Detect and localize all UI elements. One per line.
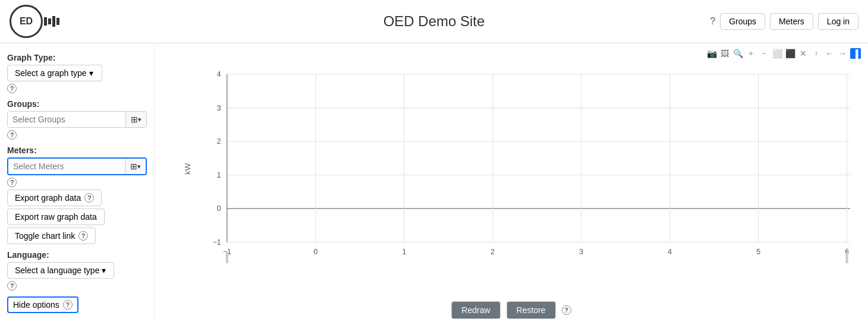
export-raw-section: Export raw graph data xyxy=(7,209,147,225)
chart-bottom-controls: Redraw Restore ? xyxy=(155,294,868,322)
chart-svg: kW 4 3 2 1 0 −1 −1 xyxy=(184,61,856,270)
meters-nav-button[interactable]: Meters xyxy=(770,13,813,30)
header-help-icon[interactable]: ? xyxy=(710,16,715,27)
svg-rect-28 xyxy=(226,251,228,264)
svg-text:3: 3 xyxy=(579,248,583,256)
graph-type-section: Graph Type: Select a graph type ▾ ? xyxy=(7,49,147,93)
svg-text:0: 0 xyxy=(217,204,221,213)
language-section: Language: Select a language type ▾ ? xyxy=(7,247,147,291)
sidebar: Graph Type: Select a graph type ▾ ? Grou… xyxy=(0,43,155,322)
logo-text: ED xyxy=(20,16,33,27)
page-title: OED Demo Site xyxy=(383,13,485,30)
meters-select-button[interactable]: ⊞ ▾ xyxy=(125,159,146,174)
meters-arrow-icon: ▾ xyxy=(137,163,141,171)
groups-icon: ⊞ xyxy=(131,115,138,124)
camera-icon[interactable]: 📷 xyxy=(706,48,717,59)
language-label: Language: xyxy=(7,250,147,260)
box-select-icon[interactable]: ⬜ xyxy=(772,48,782,59)
svg-text:3: 3 xyxy=(217,104,221,112)
svg-text:4: 4 xyxy=(217,70,221,78)
export-graph-button[interactable]: Export graph data ? xyxy=(7,190,102,206)
export-graph-label: Export graph data xyxy=(15,193,81,203)
hide-options-help-icon[interactable]: ? xyxy=(63,300,73,310)
groups-section: Groups: ⊞ ▾ ? xyxy=(7,96,147,140)
header-nav: ? Groups Meters Log in xyxy=(710,13,858,30)
image-icon[interactable]: 🖼 xyxy=(719,48,730,59)
groups-select-button[interactable]: ⊞ ▾ xyxy=(125,112,146,127)
logo-bars xyxy=(44,16,59,27)
export-raw-label: Export raw graph data xyxy=(15,212,97,222)
hide-options-button[interactable]: Hide options xyxy=(13,300,59,310)
language-select[interactable]: Select a language type ▾ xyxy=(7,262,114,279)
svg-text:−1: −1 xyxy=(213,238,221,247)
svg-text:1: 1 xyxy=(402,248,406,256)
logo-bar-3 xyxy=(52,16,55,27)
chart-toolbar: 📷 🖼 🔍 ＋ － ⬜ ⬛ ✕ ↑ ← → ▐ xyxy=(155,48,868,61)
graph-type-value: Select a graph type ▾ xyxy=(15,68,93,78)
language-help-icon[interactable]: ? xyxy=(7,281,17,291)
logo: ED xyxy=(10,5,59,38)
y-axis-label: kW xyxy=(184,163,192,175)
app-header: ED OED Demo Site ? Groups Meters Log in xyxy=(0,0,868,43)
x-icon[interactable]: ✕ xyxy=(798,48,809,59)
graph-type-label: Graph Type: xyxy=(7,53,147,62)
arrow-right-icon[interactable]: → xyxy=(837,48,848,59)
bar-chart-icon[interactable]: ▐ xyxy=(850,48,861,59)
chart-area: 📷 🖼 🔍 ＋ － ⬜ ⬛ ✕ ↑ ← → ▐ kW 4 xyxy=(155,43,868,322)
redraw-button[interactable]: Redraw xyxy=(451,301,500,319)
graph-type-help-icon[interactable]: ? xyxy=(7,84,17,93)
groups-label: Groups: xyxy=(7,99,147,109)
meters-select-wrapper: ⊞ ▾ xyxy=(7,157,147,175)
login-button[interactable]: Log in xyxy=(818,13,858,30)
export-graph-section: Export graph data ? xyxy=(7,190,147,206)
svg-text:5: 5 xyxy=(756,248,760,256)
groups-nav-button[interactable]: Groups xyxy=(720,13,765,30)
groups-arrow-icon: ▾ xyxy=(138,116,141,124)
logo-circle: ED xyxy=(10,5,43,38)
logo-bar-2 xyxy=(48,18,51,24)
export-raw-button[interactable]: Export raw graph data xyxy=(7,209,105,225)
groups-input[interactable] xyxy=(8,112,125,127)
svg-text:0: 0 xyxy=(313,248,317,256)
minus-icon[interactable]: － xyxy=(759,48,769,59)
toggle-chart-label: Toggle chart link xyxy=(15,231,75,241)
svg-text:1: 1 xyxy=(217,171,221,179)
svg-rect-29 xyxy=(846,251,848,264)
language-value: Select a language type ▾ xyxy=(15,266,106,275)
chart-container: kW 4 3 2 1 0 −1 −1 xyxy=(155,61,868,294)
toggle-chart-button[interactable]: Toggle chart link ? xyxy=(7,228,96,244)
arrow-up-icon[interactable]: ↑ xyxy=(811,48,822,59)
toggle-chart-help-icon[interactable]: ? xyxy=(78,231,88,241)
logo-bar-1 xyxy=(44,17,47,26)
restore-button[interactable]: Restore xyxy=(507,301,556,319)
logo-bar-4 xyxy=(56,18,59,25)
svg-text:2: 2 xyxy=(217,137,221,146)
hide-options-section: Hide options ? xyxy=(7,293,147,313)
svg-text:2: 2 xyxy=(490,248,495,256)
groups-help-icon[interactable]: ? xyxy=(7,130,17,140)
svg-text:4: 4 xyxy=(668,248,672,256)
meters-label: Meters: xyxy=(7,146,147,155)
graph-type-select[interactable]: Select a graph type ▾ xyxy=(7,65,102,81)
toggle-chart-section: Toggle chart link ? xyxy=(7,228,147,244)
plus-icon[interactable]: ＋ xyxy=(746,48,756,59)
lasso-icon[interactable]: ⬛ xyxy=(785,48,795,59)
export-graph-help-icon[interactable]: ? xyxy=(84,193,94,203)
arrow-left-icon[interactable]: ← xyxy=(824,48,835,59)
hide-options-wrapper[interactable]: Hide options ? xyxy=(7,296,78,313)
meters-icon: ⊞ xyxy=(130,162,137,171)
main-layout: Graph Type: Select a graph type ▾ ? Grou… xyxy=(0,43,868,322)
meters-input[interactable] xyxy=(8,159,125,174)
meters-help-icon[interactable]: ? xyxy=(7,178,17,187)
groups-select-wrapper: ⊞ ▾ xyxy=(7,111,147,128)
chart-help-icon[interactable]: ? xyxy=(562,305,571,315)
meters-section: Meters: ⊞ ▾ ? xyxy=(7,142,147,187)
zoom-in-icon[interactable]: 🔍 xyxy=(732,48,743,59)
